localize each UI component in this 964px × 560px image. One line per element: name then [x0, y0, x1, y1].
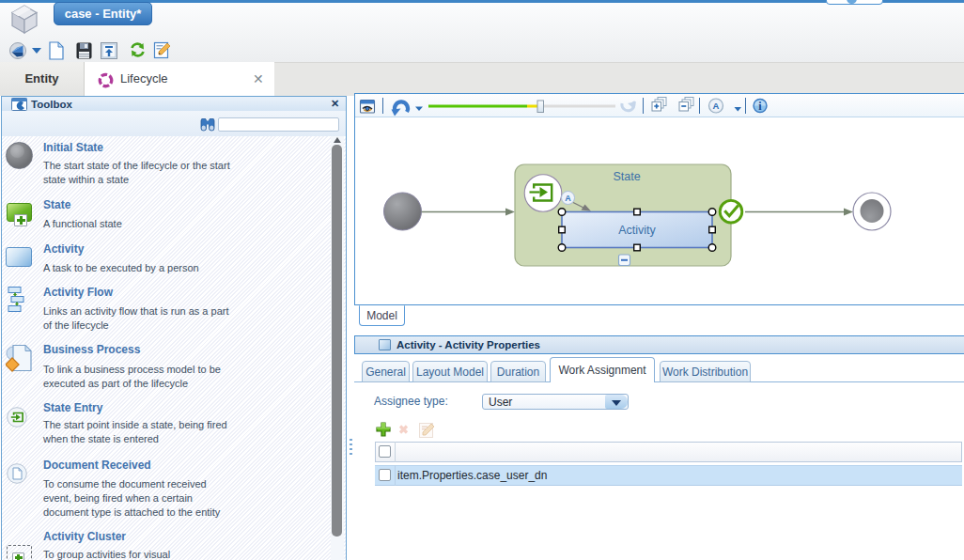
svg-text:State: State — [613, 170, 640, 183]
svg-text:A: A — [565, 194, 571, 203]
svg-text:Activity: Activity — [618, 224, 656, 237]
